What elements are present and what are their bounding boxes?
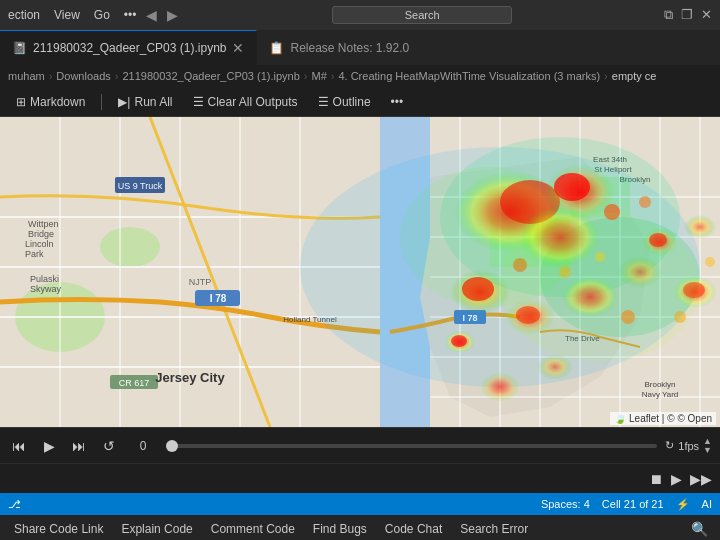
tab-bar: 📓 211980032_Qadeer_CP03 (1).ipynb ✕ 📋 Re… bbox=[0, 30, 720, 65]
branch-icon: ⎇ bbox=[8, 498, 21, 511]
cell-run-buttons[interactable]: ⏹ ▶ ▶▶ bbox=[649, 471, 712, 487]
run-all-label: Run All bbox=[134, 95, 172, 109]
breadcrumb: muham › Downloads › 211980032_Qadeer_CP0… bbox=[0, 65, 720, 87]
status-right: Spaces: 4 Cell 21 of 21 ⚡ AI bbox=[541, 498, 712, 511]
code-cell-area: ⏹ ▶ ▶▶ bbox=[0, 463, 720, 493]
ai-indicator[interactable]: AI bbox=[702, 498, 712, 510]
svg-text:US 9 Truck: US 9 Truck bbox=[118, 181, 163, 191]
more-toolbar-button[interactable]: ••• bbox=[383, 93, 412, 111]
search-box[interactable]: Search bbox=[332, 6, 512, 24]
menu-view[interactable]: View bbox=[54, 8, 80, 22]
run-all-icon: ▶| bbox=[118, 95, 130, 109]
refresh-button[interactable]: ↺ bbox=[98, 438, 120, 454]
cell-indicator: Cell 21 of 21 bbox=[602, 498, 664, 510]
menu-bar[interactable]: ection View Go ••• bbox=[8, 8, 136, 22]
leaflet-text: 🍃 bbox=[614, 413, 629, 424]
svg-text:St Heliport: St Heliport bbox=[594, 165, 632, 174]
markdown-label: Markdown bbox=[30, 95, 85, 109]
map-attribution: 🍃 Leaflet | © © Open bbox=[610, 412, 716, 425]
breadcrumb-cell-marker: M# bbox=[311, 70, 326, 82]
layout-icon[interactable]: ⧉ bbox=[664, 7, 673, 23]
code-chat-button[interactable]: Code Chat bbox=[377, 520, 450, 538]
svg-text:Navy Yard: Navy Yard bbox=[642, 390, 679, 399]
run-all-button[interactable]: ▶| Run All bbox=[110, 93, 180, 111]
status-bar: ⎇ Spaces: 4 Cell 21 of 21 ⚡ AI bbox=[0, 493, 720, 515]
tab-notebook-label: 211980032_Qadeer_CP03 (1).ipynb bbox=[33, 41, 226, 55]
fps-display: ↻ 1fps ▲ ▼ bbox=[665, 437, 712, 455]
markdown-selector[interactable]: ⊞ Markdown bbox=[8, 93, 93, 111]
tab-release-label: Release Notes: 1.92.0 bbox=[290, 41, 409, 55]
clear-all-button[interactable]: ☰ Clear All Outputs bbox=[185, 93, 306, 111]
release-icon: 📋 bbox=[269, 41, 284, 55]
title-bar: ection View Go ••• ◀ ▶ Search ⧉ ❐ ✕ bbox=[0, 0, 720, 30]
tab-close-icon[interactable]: ✕ bbox=[232, 41, 244, 55]
share-code-link-button[interactable]: Share Code Link bbox=[6, 520, 111, 538]
cell-run-icon[interactable]: ▶ bbox=[671, 471, 682, 487]
tab-release[interactable]: 📋 Release Notes: 1.92.0 bbox=[257, 30, 421, 65]
menu-more[interactable]: ••• bbox=[124, 8, 137, 22]
back-icon[interactable]: ◀ bbox=[146, 7, 157, 23]
menu-go[interactable]: Go bbox=[94, 8, 110, 22]
breadcrumb-section[interactable]: 4. Creating HeatMapWithTime Visualizatio… bbox=[338, 70, 600, 82]
clear-all-label: Clear All Outputs bbox=[208, 95, 298, 109]
svg-text:CR 617: CR 617 bbox=[119, 378, 150, 388]
slider-thumb[interactable] bbox=[166, 440, 178, 452]
breadcrumb-file[interactable]: 211980032_Qadeer_CP03 (1).ipynb bbox=[122, 70, 299, 82]
explain-code-button[interactable]: Explain Code bbox=[113, 520, 200, 538]
breadcrumb-downloads[interactable]: Downloads bbox=[56, 70, 110, 82]
menu-section[interactable]: ection bbox=[8, 8, 40, 22]
outline-icon: ☰ bbox=[318, 95, 329, 109]
svg-text:The Drive: The Drive bbox=[565, 334, 600, 343]
outline-button[interactable]: ☰ Outline bbox=[310, 93, 379, 111]
outline-label: Outline bbox=[333, 95, 371, 109]
leaflet-label[interactable]: Leaflet bbox=[629, 413, 659, 424]
play-button[interactable]: ▶ bbox=[38, 438, 60, 454]
svg-point-5 bbox=[100, 227, 160, 267]
fps-value: 1fps bbox=[678, 440, 699, 452]
svg-text:Jersey City: Jersey City bbox=[155, 370, 225, 385]
fast-forward-button[interactable]: ⏭ bbox=[68, 438, 90, 454]
loop-icon: ↻ bbox=[665, 439, 674, 452]
find-bugs-button[interactable]: Find Bugs bbox=[305, 520, 375, 538]
play-prev-button[interactable]: ⏮ bbox=[8, 438, 30, 454]
lightning-icon: ⚡ bbox=[676, 498, 690, 511]
markdown-icon: ⊞ bbox=[16, 95, 26, 109]
notebook-toolbar: ⊞ Markdown ▶| Run All ☰ Clear All Output… bbox=[0, 87, 720, 117]
search-area[interactable]: Search bbox=[188, 6, 656, 24]
window-controls[interactable]: ⧉ ❐ ✕ bbox=[664, 7, 712, 23]
comment-code-button[interactable]: Comment Code bbox=[203, 520, 303, 538]
nav-arrows: ◀ ▶ bbox=[144, 7, 180, 23]
tab-notebook[interactable]: 📓 211980032_Qadeer_CP03 (1).ipynb ✕ bbox=[0, 30, 257, 65]
svg-text:Skyway: Skyway bbox=[30, 284, 62, 294]
search-error-button[interactable]: Search Error bbox=[452, 520, 536, 538]
close-icon[interactable]: ✕ bbox=[701, 7, 712, 23]
clear-icon: ☰ bbox=[193, 95, 204, 109]
search-icon[interactable]: 🔍 bbox=[685, 519, 714, 539]
svg-text:Lincoln: Lincoln bbox=[25, 239, 54, 249]
playback-value: 0 bbox=[128, 439, 158, 453]
svg-text:I 78: I 78 bbox=[462, 313, 477, 323]
cell-run-all-icon[interactable]: ▶▶ bbox=[690, 471, 712, 487]
spaces-indicator[interactable]: Spaces: 4 bbox=[541, 498, 590, 510]
breadcrumb-cell[interactable]: empty ce bbox=[612, 70, 657, 82]
minimize-icon[interactable]: ❐ bbox=[681, 7, 693, 23]
toolbar-separator-1 bbox=[101, 94, 102, 110]
playback-bar: ⏮ ▶ ⏭ ↺ 0 ↻ 1fps ▲ ▼ bbox=[0, 427, 720, 463]
svg-text:Bridge: Bridge bbox=[28, 229, 54, 239]
open-attribution[interactable]: © Open bbox=[677, 413, 712, 424]
cell-stop-icon[interactable]: ⏹ bbox=[649, 471, 663, 487]
fps-arrows[interactable]: ▲ ▼ bbox=[703, 437, 712, 455]
bottom-toolbar: Share Code Link Explain Code Comment Cod… bbox=[0, 515, 720, 540]
svg-text:Wittpen: Wittpen bbox=[28, 219, 59, 229]
more-icon: ••• bbox=[391, 95, 404, 109]
svg-text:NJTP: NJTP bbox=[189, 277, 212, 287]
playback-slider[interactable] bbox=[166, 444, 657, 448]
notebook-icon: 📓 bbox=[12, 41, 27, 55]
svg-text:Park: Park bbox=[25, 249, 44, 259]
breadcrumb-user[interactable]: muham bbox=[8, 70, 45, 82]
svg-rect-6 bbox=[490, 217, 570, 267]
forward-icon[interactable]: ▶ bbox=[167, 7, 178, 23]
svg-text:Brooklyn: Brooklyn bbox=[644, 380, 675, 389]
map-container[interactable]: I 78 NJTP CR 617 I 78 Jersey City New Yo… bbox=[0, 117, 720, 427]
svg-text:East 34th: East 34th bbox=[593, 155, 627, 164]
